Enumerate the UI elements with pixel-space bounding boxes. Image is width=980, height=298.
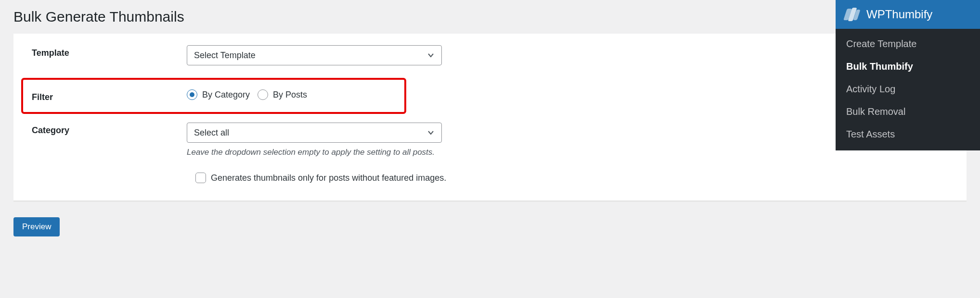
- sidebar-item-activity-log[interactable]: Activity Log: [836, 78, 980, 100]
- template-label: Template: [23, 45, 187, 58]
- sidebar-brand-label: WPThumbify: [866, 8, 932, 21]
- template-select[interactable]: Select Template: [187, 45, 442, 65]
- category-select[interactable]: Select all: [187, 123, 442, 143]
- preview-button[interactable]: Preview: [13, 217, 60, 236]
- page-title: Bulk Generate Thumbnails: [13, 9, 967, 25]
- chevron-down-icon: [427, 51, 435, 59]
- sidebar-item-bulk-thumbify[interactable]: Bulk Thumbify: [836, 55, 980, 78]
- sidebar-item-test-assets[interactable]: Test Assets: [836, 123, 980, 146]
- template-select-value: Select Template: [194, 50, 256, 61]
- filter-label: Filter: [23, 89, 187, 102]
- template-control: Select Template: [187, 45, 442, 65]
- only-without-featured-checkbox[interactable]: [195, 173, 206, 183]
- filter-by-posts-radio[interactable]: [258, 89, 268, 100]
- category-help-text: Leave the dropdown selection empty to ap…: [187, 148, 442, 157]
- only-without-featured-row: Generates thumbnails only for posts with…: [195, 173, 957, 183]
- only-without-featured-label[interactable]: Generates thumbnails only for posts with…: [211, 173, 446, 183]
- filter-row: Filter By Category By Posts: [21, 78, 406, 114]
- filter-by-category-radio[interactable]: [187, 89, 197, 100]
- sidebar-item-bulk-removal[interactable]: Bulk Removal: [836, 100, 980, 123]
- sidebar-brand[interactable]: WPThumbify: [836, 0, 980, 29]
- category-select-value: Select all: [194, 128, 229, 138]
- sidebar-item-create-template[interactable]: Create Template: [836, 33, 980, 55]
- category-label: Category: [23, 123, 187, 136]
- filter-by-posts-label[interactable]: By Posts: [273, 90, 307, 100]
- filter-radio-group: By Category By Posts: [187, 89, 312, 100]
- sidebar-menu: Create Template Bulk Thumbify Activity L…: [836, 29, 980, 150]
- filter-by-category-label[interactable]: By Category: [202, 90, 250, 100]
- chevron-down-icon: [427, 129, 435, 137]
- settings-panel: Template Select Template Filter By Categ…: [13, 34, 967, 202]
- plugin-sidebar: WPThumbify Create Template Bulk Thumbify…: [836, 0, 980, 150]
- category-row: Category Select all Leave the dropdown s…: [23, 123, 957, 157]
- page-body: Bulk Generate Thumbnails Template Select…: [0, 0, 980, 246]
- category-control: Select all Leave the dropdown selection …: [187, 123, 442, 157]
- template-row: Template Select Template: [23, 45, 957, 65]
- brand-icon: [845, 8, 859, 21]
